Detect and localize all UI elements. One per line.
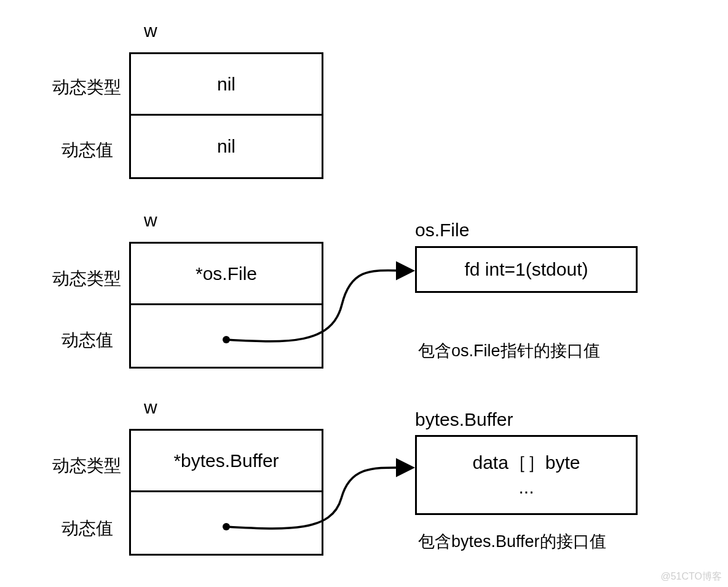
group1-cell-type: nil — [131, 54, 322, 116]
group2-cell-type: *os.File — [131, 244, 322, 305]
group3-title: w — [144, 397, 157, 418]
group3-right-line2: ... — [518, 475, 534, 500]
group1-title: w — [144, 20, 157, 41]
group2-caption: 包含os.File指针的接口值 — [418, 340, 600, 362]
group1-label-value: 动态值 — [61, 138, 113, 162]
group2-label-type: 动态类型 — [52, 267, 121, 290]
group2-label-value: 动态值 — [61, 329, 113, 352]
group1-label-type: 动态类型 — [52, 76, 121, 99]
group1-cell-value: nil — [131, 116, 322, 177]
group3-left-box: *bytes.Buffer — [129, 429, 323, 556]
group3-cell-type: *bytes.Buffer — [131, 431, 322, 492]
group2-left-box: *os.File — [129, 242, 323, 369]
group3-right-content: data［］byte ... — [417, 437, 636, 513]
group3-right-title: bytes.Buffer — [415, 409, 513, 430]
group3-caption: 包含bytes.Buffer的接口值 — [418, 530, 606, 553]
group2-right-box: fd int=1(stdout) — [415, 246, 638, 293]
group2-right-title: os.File — [415, 220, 469, 241]
group3-label-type: 动态类型 — [52, 454, 121, 477]
group3-right-box: data［］byte ... — [415, 435, 638, 515]
group3-right-line1: data［］byte — [472, 450, 580, 476]
group2-right-content: fd int=1(stdout) — [417, 248, 636, 291]
group3-cell-value — [131, 492, 322, 554]
group3-label-value: 动态值 — [61, 517, 113, 540]
watermark: @51CTO博客 — [660, 570, 722, 583]
group2-title: w — [144, 210, 157, 231]
group2-cell-value — [131, 305, 322, 367]
group1-left-box: nil nil — [129, 52, 323, 179]
